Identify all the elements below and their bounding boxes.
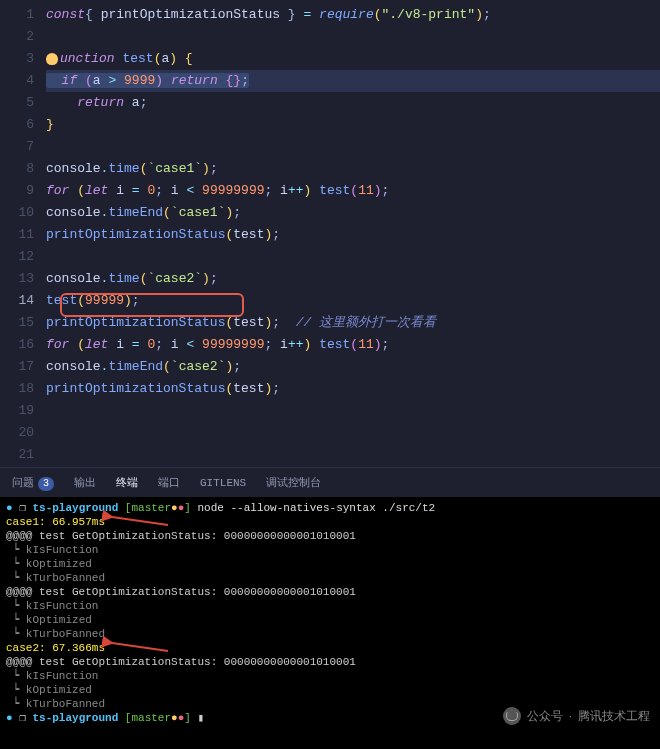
watermark: 公众号 · 腾讯技术工程 xyxy=(503,707,650,725)
selected-line: ··if·(a > 9999)·return·{}; xyxy=(46,70,660,92)
terminal[interactable]: ● ❐ ts-playground [master●●] node --allo… xyxy=(0,497,660,749)
panel-tabs: 问题3 输出 终端 端口 GITLENS 调试控制台 xyxy=(0,467,660,497)
tab-debug-console[interactable]: 调试控制台 xyxy=(264,468,323,498)
terminal-output-case1: case1: 66.957ms xyxy=(6,515,654,529)
terminal-output: @@@@ test GetOptimizationStatus: 0000000… xyxy=(6,529,654,543)
code-line: const{ printOptimizationStatus } = requi… xyxy=(46,4,660,26)
wechat-icon xyxy=(503,707,521,725)
tab-output[interactable]: 输出 xyxy=(72,468,98,498)
problems-badge: 3 xyxy=(38,477,54,491)
terminal-output-case2: case2: 67.366ms xyxy=(6,641,654,655)
code-content[interactable]: const{ printOptimizationStatus } = requi… xyxy=(46,4,660,466)
tab-terminal[interactable]: 终端 xyxy=(114,468,140,498)
tab-gitlens[interactable]: GITLENS xyxy=(198,468,248,498)
tab-problems[interactable]: 问题3 xyxy=(10,468,56,498)
tab-ports[interactable]: 端口 xyxy=(156,468,182,498)
terminal-prompt: ● ❐ ts-playground [master●●] node --allo… xyxy=(6,501,654,515)
code-editor[interactable]: 1 2 3 4 5 6 7 8 9 10 11 12 13 14 15 16 1… xyxy=(0,0,660,467)
line-number-gutter: 1 2 3 4 5 6 7 8 9 10 11 12 13 14 15 16 1… xyxy=(0,4,46,466)
lightbulb-icon[interactable] xyxy=(46,53,58,65)
